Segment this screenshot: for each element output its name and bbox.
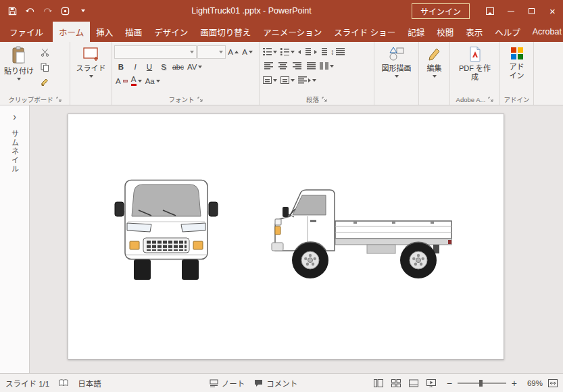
zoom-in-button[interactable]: + xyxy=(512,378,517,388)
close-button[interactable]: × xyxy=(542,0,563,22)
align-left-icon xyxy=(264,62,273,70)
language-indicator[interactable]: 日本語 xyxy=(78,378,101,389)
maximize-icon xyxy=(529,8,535,14)
decrease-indent-button[interactable] xyxy=(297,45,312,58)
align-right-icon xyxy=(293,62,301,70)
comments-label: コメント xyxy=(266,378,297,389)
editing-button[interactable]: 編集 xyxy=(425,43,444,78)
tab-view[interactable]: 表示 xyxy=(460,22,489,42)
tab-acrobat[interactable]: Acrobat xyxy=(527,22,563,42)
expand-pane-chevron-icon[interactable]: › xyxy=(13,109,16,122)
zoom-slider-thumb[interactable] xyxy=(479,380,483,387)
notes-button[interactable]: ノート xyxy=(210,378,245,389)
align-right-button[interactable] xyxy=(290,59,303,72)
addins-button[interactable]: アドイン xyxy=(504,43,531,80)
maximize-button[interactable] xyxy=(521,0,542,22)
create-pdf-button[interactable]: PDF を作成 xyxy=(454,43,496,81)
dialog-launcher-icon[interactable] xyxy=(488,97,493,102)
underline-button[interactable]: U xyxy=(143,60,156,73)
zoom-out-button[interactable]: − xyxy=(447,378,452,388)
font-color-button[interactable]: A xyxy=(130,74,143,87)
clear-formatting-button[interactable]: A xyxy=(114,74,129,87)
normal-view-button[interactable] xyxy=(374,379,383,387)
dialog-launcher-icon[interactable] xyxy=(197,97,203,102)
tab-insert[interactable]: 挿入 xyxy=(90,22,119,42)
slide-sorter-view-button[interactable] xyxy=(391,379,401,387)
increase-indent-button[interactable] xyxy=(313,45,328,58)
chevron-down-icon xyxy=(273,51,277,53)
slides-group-label xyxy=(72,94,109,105)
ribbon-tabs: ファイル ホーム 挿入 描画 デザイン 画面切り替え アニメーション スライド … xyxy=(0,22,563,42)
cut-button[interactable] xyxy=(38,46,51,59)
text-shadow-button[interactable]: S xyxy=(157,60,170,73)
reading-view-button[interactable] xyxy=(409,379,418,387)
format-painter-button[interactable] xyxy=(38,76,51,89)
qat-customize-button[interactable] xyxy=(74,2,91,20)
save-button[interactable] xyxy=(4,2,21,20)
zoom-level[interactable]: 69% xyxy=(522,379,543,387)
minimize-button[interactable] xyxy=(500,0,521,22)
tab-review[interactable]: 校閲 xyxy=(431,22,460,42)
convert-to-smartart-button[interactable] xyxy=(297,74,318,87)
touch-mouse-mode-button[interactable] xyxy=(57,2,74,20)
columns-button[interactable] xyxy=(318,59,335,72)
dialog-launcher-icon[interactable] xyxy=(322,97,327,102)
new-slide-button[interactable]: スライド xyxy=(74,43,108,78)
ribbon-display-options-button[interactable] xyxy=(479,0,500,22)
align-center-button[interactable] xyxy=(276,59,289,72)
window-title: LightTruck01 .pptx - PowerPoint xyxy=(91,6,412,16)
tab-draw[interactable]: 描画 xyxy=(119,22,148,42)
change-case-button[interactable]: Aa xyxy=(144,74,162,87)
truck-side-illustration[interactable] xyxy=(267,186,463,283)
character-spacing-button[interactable]: AV xyxy=(186,60,204,73)
tab-transitions[interactable]: 画面切り替え xyxy=(194,22,257,42)
editing-label: 編集 xyxy=(427,64,442,73)
addins-icon xyxy=(510,46,524,61)
slide-canvas[interactable] xyxy=(30,105,563,373)
thumbnail-pane[interactable]: › サムネイル xyxy=(0,105,30,373)
tab-design[interactable]: デザイン xyxy=(148,22,194,42)
fit-slide-button[interactable] xyxy=(548,379,558,387)
redo-button[interactable] xyxy=(39,2,56,20)
zoom-slider[interactable] xyxy=(458,383,506,384)
align-text-button[interactable] xyxy=(279,74,296,87)
comments-button[interactable]: コメント xyxy=(254,378,297,389)
spell-check-button[interactable] xyxy=(59,378,68,387)
strikethrough-button[interactable]: abc xyxy=(171,60,185,73)
paragraph-group-label: 段落 xyxy=(262,94,372,105)
justify-icon xyxy=(307,62,316,70)
copy-button[interactable] xyxy=(38,61,51,74)
addins-label: アドイン xyxy=(507,63,527,80)
bold-button[interactable]: B xyxy=(114,60,128,73)
tab-file[interactable]: ファイル xyxy=(0,22,53,42)
decrease-font-size-button[interactable]: A xyxy=(241,46,254,59)
tab-animations[interactable]: アニメーション xyxy=(257,22,328,42)
align-left-button[interactable] xyxy=(262,59,275,72)
drawing-button[interactable]: 図形描画 xyxy=(380,43,414,78)
truck-front-illustration[interactable] xyxy=(114,179,218,282)
font-name-combobox[interactable] xyxy=(114,45,197,59)
tab-home[interactable]: ホーム xyxy=(53,22,90,42)
paste-button[interactable]: 貼り付け xyxy=(2,43,36,80)
redo-icon xyxy=(43,6,53,16)
numbering-button[interactable] xyxy=(279,45,296,58)
tab-help[interactable]: ヘルプ xyxy=(489,22,527,42)
dialog-launcher-icon[interactable] xyxy=(56,97,62,102)
undo-button[interactable] xyxy=(22,2,39,20)
bullets-button[interactable] xyxy=(262,45,278,58)
justify-button[interactable] xyxy=(304,59,318,72)
workspace: › サムネイル xyxy=(0,105,563,373)
clipboard-group: 貼り付け クリップボード xyxy=(0,42,70,105)
increase-font-size-button[interactable]: A xyxy=(226,46,240,59)
line-spacing-button[interactable]: ↕ xyxy=(329,45,346,58)
tab-record[interactable]: 記録 xyxy=(401,22,431,42)
slide[interactable] xyxy=(68,114,504,360)
slideshow-view-button[interactable] xyxy=(426,379,436,387)
font-size-combobox[interactable] xyxy=(197,45,226,59)
slide-indicator[interactable]: スライド 1/1 xyxy=(5,378,49,389)
italic-button[interactable]: I xyxy=(128,60,142,73)
sign-in-button[interactable]: サインイン xyxy=(412,3,470,19)
text-direction-button[interactable] xyxy=(262,74,278,87)
chevron-down-icon xyxy=(395,75,399,78)
tab-slideshow[interactable]: スライド ショー xyxy=(328,22,401,42)
